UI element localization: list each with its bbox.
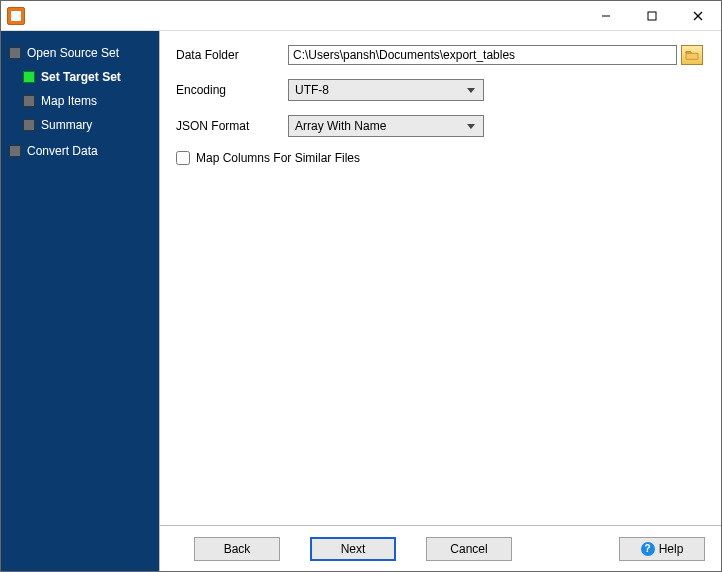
- data-folder-input[interactable]: [288, 45, 677, 65]
- encoding-select[interactable]: UTF-8: [288, 79, 484, 101]
- maximize-button[interactable]: [629, 1, 675, 30]
- square-icon: [9, 47, 21, 59]
- help-label: Help: [659, 542, 684, 556]
- step-summary[interactable]: Summary: [19, 113, 159, 137]
- main-panel: Data Folder Encoding UTF-8: [159, 31, 721, 571]
- step-label: Map Items: [41, 94, 97, 108]
- json-format-label: JSON Format: [176, 119, 288, 133]
- step-label: Convert Data: [27, 144, 98, 158]
- square-icon: [23, 95, 35, 107]
- step-label: Set Target Set: [41, 70, 121, 84]
- back-button[interactable]: Back: [194, 537, 280, 561]
- help-icon: ?: [641, 542, 655, 556]
- next-button[interactable]: Next: [310, 537, 396, 561]
- svg-rect-1: [648, 12, 656, 20]
- wizard-footer: Back Next Cancel ? Help: [160, 525, 721, 571]
- map-columns-checkbox[interactable]: [176, 151, 190, 165]
- step-label: Open Source Set: [27, 46, 119, 60]
- minimize-button[interactable]: [583, 1, 629, 30]
- help-button[interactable]: ? Help: [619, 537, 705, 561]
- step-label: Summary: [41, 118, 92, 132]
- wizard-window: Open Source Set Set Target Set: [0, 0, 722, 572]
- step-map-items[interactable]: Map Items: [19, 89, 159, 113]
- step-open-source-set[interactable]: Open Source Set: [1, 41, 159, 65]
- square-icon: [9, 145, 21, 157]
- square-icon: [23, 71, 35, 83]
- folder-icon: [685, 49, 699, 61]
- map-columns-label: Map Columns For Similar Files: [196, 151, 360, 165]
- square-icon: [23, 119, 35, 131]
- data-folder-label: Data Folder: [176, 48, 288, 62]
- step-set-target-set[interactable]: Set Target Set: [19, 65, 159, 89]
- encoding-label: Encoding: [176, 83, 288, 97]
- app-icon: [7, 7, 25, 25]
- cancel-button[interactable]: Cancel: [426, 537, 512, 561]
- json-format-value: Array With Name: [295, 119, 463, 133]
- wizard-steps-sidebar: Open Source Set Set Target Set: [1, 31, 159, 571]
- chevron-down-icon: [463, 119, 479, 133]
- json-format-select[interactable]: Array With Name: [288, 115, 484, 137]
- browse-button[interactable]: [681, 45, 703, 65]
- close-button[interactable]: [675, 1, 721, 30]
- chevron-down-icon: [463, 83, 479, 97]
- step-convert-data[interactable]: Convert Data: [1, 139, 159, 163]
- titlebar: [1, 1, 721, 31]
- encoding-value: UTF-8: [295, 83, 463, 97]
